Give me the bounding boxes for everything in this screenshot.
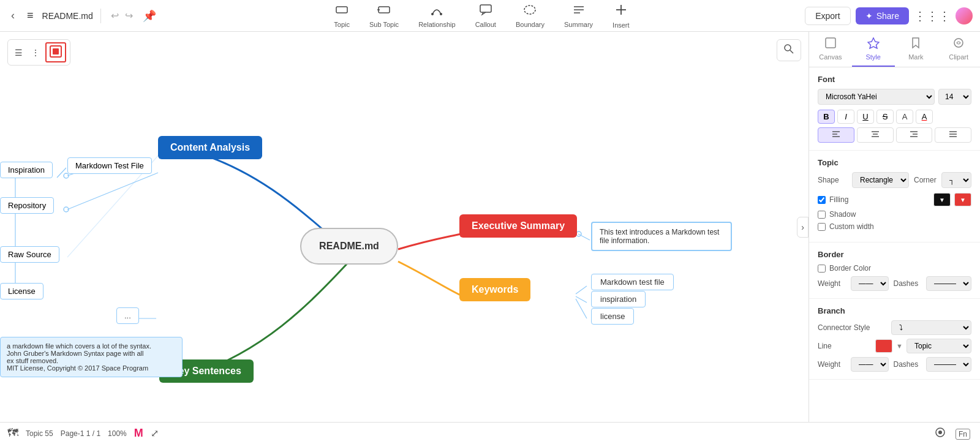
connector-select[interactable]: ⤵ ⟶ (891, 320, 972, 335)
grid-button[interactable]: ⋮⋮⋮ (914, 9, 951, 23)
shadow-checkbox[interactable] (818, 211, 826, 219)
shape-select[interactable]: Rectangle Rounded Ellipse (852, 172, 909, 188)
content-analysis-node[interactable]: Content Analysis (158, 136, 262, 159)
panel-tabs: Canvas Style Mark Clipart (809, 32, 980, 67)
markdown-node[interactable]: Markdown Test File (67, 157, 152, 174)
toolbar-divider (100, 9, 101, 23)
shadow-label: Shadow (829, 210, 856, 219)
topic-icon (335, 3, 349, 20)
selected-view-button[interactable] (45, 42, 66, 62)
list-view-button[interactable]: ☰ (12, 46, 26, 59)
summary-text-node[interactable]: This text introduces a Markdown test fil… (591, 222, 732, 251)
font-name-select[interactable]: Microsoft YaHei (818, 89, 935, 105)
border-weight-select[interactable]: —— ─ ━ (851, 276, 889, 291)
inspiration-label: Inspiration (8, 165, 45, 175)
raw-source-label: Raw Source (8, 250, 51, 259)
license-label: License (8, 287, 36, 296)
border-color-checkbox[interactable] (818, 265, 826, 273)
tab-style[interactable]: Style (852, 32, 895, 67)
relationship-label: Relationship (418, 21, 456, 28)
underline-button[interactable]: U (857, 110, 874, 124)
key-sentences-text-block: a markdown file which covers a lot of th… (0, 337, 183, 377)
repository-label: Repository (8, 201, 46, 210)
corner-label: Corner (914, 176, 937, 184)
tab-mark[interactable]: Mark (895, 32, 938, 67)
center-node[interactable]: README.md (300, 228, 398, 265)
raw-source-node[interactable]: Raw Source (0, 246, 59, 263)
tab-clipart[interactable]: Clipart (937, 32, 980, 67)
toolbar-left: ‹ ≡ README.md ↩ ↪ 📌 (7, 7, 159, 25)
format-row: B I U S A A (818, 110, 971, 124)
custom-width-row: Custom width (818, 222, 971, 231)
key-sentences-line-1: a markdown file which covers a lot of th… (7, 342, 176, 350)
expand-button[interactable]: ⤢ (151, 427, 159, 439)
tool-insert[interactable]: Insert (603, 1, 639, 31)
strikethrough-button[interactable]: S (876, 110, 894, 124)
inspiration-node[interactable]: Inspiration (0, 162, 53, 178)
status-fn-button[interactable]: Fn (953, 426, 973, 442)
pin-button[interactable]: 📌 (140, 7, 159, 25)
branch-weight-select[interactable]: —— ─ (851, 357, 889, 372)
search-button[interactable] (777, 39, 801, 61)
panel-toggle-button[interactable]: › (797, 217, 809, 238)
border-color-label: Border Color (829, 264, 871, 273)
tool-boundary[interactable]: Boundary (506, 1, 554, 31)
topic-section-title: Topic (818, 158, 971, 167)
align-right-button[interactable] (896, 127, 933, 143)
branch-weight-row: Weight —— ─ Dashes ——— - - - (818, 357, 971, 372)
border-dashes-select[interactable]: ——— - - - ··· (926, 276, 971, 291)
canvas-area[interactable]: ☰ ⋮ › (0, 32, 809, 422)
share-button[interactable]: ✦ Share (856, 7, 909, 24)
menu-button[interactable]: ≡ (23, 7, 37, 24)
mark-tab-label: Mark (908, 53, 923, 61)
keyword-item-2[interactable]: inspiration (591, 291, 646, 307)
executive-summary-node[interactable]: Executive Summary (459, 214, 577, 238)
tab-canvas[interactable]: Canvas (809, 32, 852, 67)
font-section: Font Microsoft YaHei 14 12 16 18 B I U S… (809, 67, 980, 151)
svg-line-27 (576, 286, 587, 294)
tool-relationship[interactable]: Relationship (409, 1, 466, 31)
style-tab-label: Style (865, 53, 880, 61)
redo-button[interactable]: ↪ (123, 7, 135, 24)
tool-subtopic[interactable]: Sub Topic (360, 1, 409, 31)
bold-button[interactable]: B (818, 110, 835, 124)
back-button[interactable]: ‹ (7, 7, 18, 24)
undo-button[interactable]: ↩ (108, 7, 121, 24)
tool-callout[interactable]: Callout (466, 1, 506, 31)
highlight-button[interactable]: A (916, 110, 933, 124)
keywords-node[interactable]: Keywords (459, 278, 530, 301)
filling-checkbox[interactable] (818, 196, 826, 204)
main-area: ☰ ⋮ › (0, 32, 980, 422)
line-color-swatch[interactable] (875, 339, 892, 353)
map-button[interactable]: 🗺 (7, 427, 18, 440)
font-color-button[interactable]: A (896, 110, 913, 124)
tool-summary[interactable]: Summary (554, 1, 603, 31)
export-button[interactable]: Export (805, 7, 850, 25)
tool-topic[interactable]: Topic (324, 1, 360, 31)
status-mode-button[interactable] (932, 424, 948, 443)
custom-width-checkbox[interactable] (818, 223, 826, 231)
keywords-label: Keywords (472, 284, 518, 295)
more-options-button[interactable]: ⋮ (28, 46, 43, 59)
svg-line-18 (67, 173, 158, 209)
align-justify-button[interactable] (935, 127, 971, 143)
filling-color-swatch[interactable]: ▼ (933, 193, 951, 206)
svg-point-33 (954, 39, 963, 47)
keyword-item-1[interactable]: Markdown test file (591, 274, 674, 290)
line-color-dropdown[interactable]: ▼ (896, 342, 903, 350)
line-type-select[interactable]: Topic Curved (907, 339, 971, 353)
filling-row: Filling ▼ ▼ (818, 193, 971, 206)
mark-tab-icon (910, 37, 922, 52)
repository-node[interactable]: Repository (0, 197, 54, 214)
align-center-button[interactable] (857, 127, 894, 143)
license-node[interactable]: License (0, 283, 43, 299)
corner-select[interactable]: ┐ ⌐ (941, 172, 971, 188)
keyword-item-3[interactable]: license (591, 308, 634, 325)
accent-color-swatch[interactable]: ▼ (954, 193, 971, 206)
branch-dashes-select[interactable]: ——— - - - (926, 357, 971, 372)
font-size-select[interactable]: 14 12 16 18 (938, 89, 971, 105)
italic-button[interactable]: I (837, 110, 854, 124)
subtopic-icon (377, 3, 391, 20)
ellipsis-node[interactable]: ... (116, 307, 139, 324)
align-left-button[interactable] (818, 127, 854, 143)
